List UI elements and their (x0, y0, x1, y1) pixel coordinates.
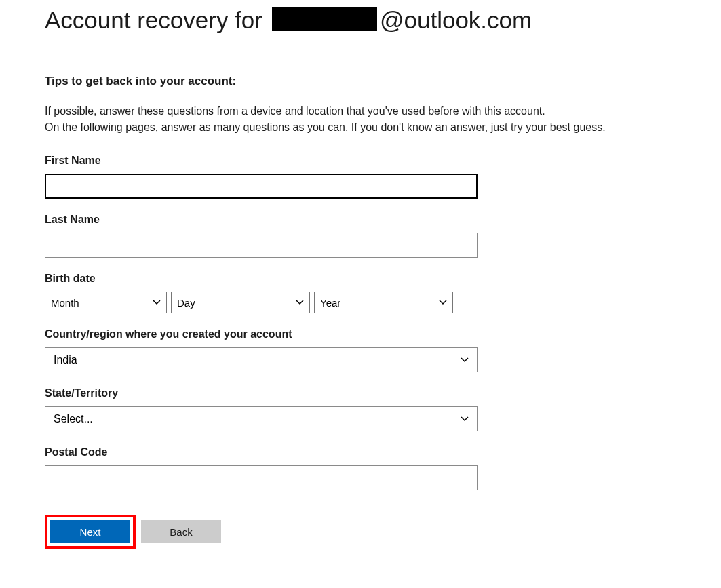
birth-date-label: Birth date (45, 273, 676, 285)
postal-input[interactable] (45, 465, 478, 490)
footer-divider (0, 568, 721, 568)
last-name-label: Last Name (45, 214, 676, 226)
first-name-label: First Name (45, 155, 676, 167)
page-title: Account recovery for @outlook.com (45, 7, 676, 34)
birth-day-select[interactable]: Day (171, 292, 310, 313)
next-button[interactable]: Next (50, 520, 130, 543)
title-prefix: Account recovery for (45, 7, 262, 34)
back-button[interactable]: Back (141, 520, 221, 543)
state-select[interactable]: Select... (45, 406, 478, 431)
postal-label: Postal Code (45, 446, 676, 458)
next-button-highlight: Next (45, 515, 136, 549)
tips-line2: On the following pages, answer as many q… (45, 121, 606, 133)
last-name-input[interactable] (45, 233, 478, 258)
country-label: Country/region where you created your ac… (45, 328, 676, 340)
tips-heading: Tips to get back into your account: (45, 75, 676, 88)
birth-year-select[interactable]: Year (314, 292, 453, 313)
country-select[interactable]: India (45, 347, 478, 372)
first-name-input[interactable] (45, 174, 478, 199)
tips-line1: If possible, answer these questions from… (45, 105, 545, 117)
title-domain: @outlook.com (380, 7, 532, 34)
state-label: State/Territory (45, 387, 676, 399)
redacted-username (272, 7, 377, 31)
birth-month-select[interactable]: Month (45, 292, 167, 313)
tips-text: If possible, answer these questions from… (45, 103, 676, 136)
